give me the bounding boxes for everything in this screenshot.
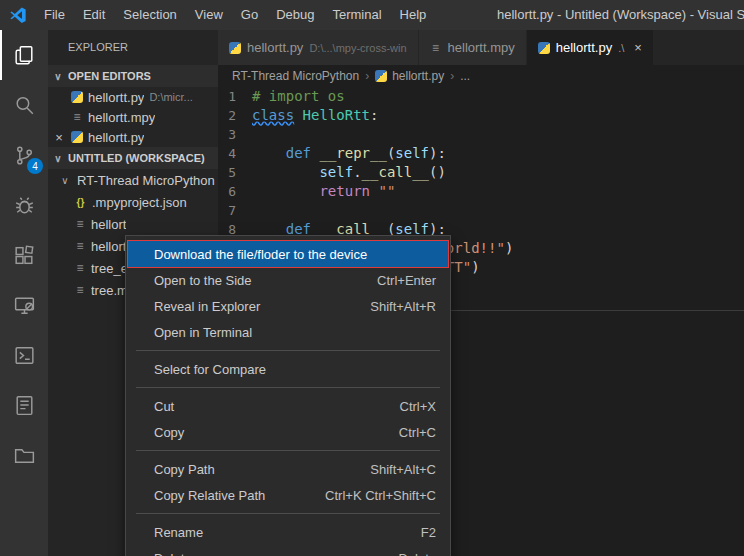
activity-output-button[interactable] xyxy=(0,380,48,430)
shortcut-hint: Shift+Alt+R xyxy=(370,299,436,314)
line-number: 7 xyxy=(218,201,252,220)
shortcut-hint: Shift+Alt+C xyxy=(370,462,436,477)
context-menu-item[interactable]: Reveal in ExplorerShift+Alt+R xyxy=(126,293,450,319)
context-menu-item[interactable]: CopyCtrl+C xyxy=(126,419,450,445)
python-file-icon xyxy=(71,91,83,103)
context-menu-item[interactable]: RenameF2 xyxy=(126,519,450,545)
source-control-badge: 4 xyxy=(27,158,43,174)
window-title: hellortt.py - Untitled (Workspace) - Vis… xyxy=(497,0,744,30)
sidebar-title: EXPLORER xyxy=(48,30,218,65)
shortcut-hint: Ctrl+C xyxy=(399,425,436,440)
line-number: 5 xyxy=(218,163,252,182)
activity-search-button[interactable] xyxy=(0,80,48,130)
activity-debug-button[interactable] xyxy=(0,180,48,230)
activity-source-control-button[interactable]: 4 xyxy=(0,130,48,180)
open-editor-item[interactable]: hellortt.pyD:\micr... xyxy=(48,87,218,107)
shortcut-hint: Ctrl+Enter xyxy=(377,273,436,288)
shortcut-hint: Ctrl+X xyxy=(400,399,436,414)
python-file-icon xyxy=(229,42,241,54)
python-file-icon xyxy=(71,131,83,143)
chevron-right-icon: › xyxy=(450,69,454,83)
extensions-icon xyxy=(12,243,37,268)
output-icon xyxy=(12,393,37,418)
code-line: 6 return "" xyxy=(218,182,744,201)
editor-tab[interactable]: hellortt.pyD:\...\mpy-cross-win xyxy=(218,30,419,65)
tab-label: hellortt.py xyxy=(556,40,612,55)
context-menu-item[interactable]: Copy Relative PathCtrl+K Ctrl+Shift+C xyxy=(126,482,450,508)
mpy-file-icon: ≡ xyxy=(430,41,442,55)
vscode-window: { "colors": { "accent": "#007acc", "acti… xyxy=(0,0,744,556)
line-number: 4 xyxy=(218,144,252,163)
context-menu-item[interactable]: Open to the SideCtrl+Enter xyxy=(126,267,450,293)
tab-bar: hellortt.pyD:\...\mpy-cross-win≡hellortt… xyxy=(218,30,744,65)
open-editor-item[interactable]: ≡hellortt.mpy xyxy=(48,107,218,127)
menu-file[interactable]: File xyxy=(35,0,74,30)
tree-item[interactable]: {}.mpyproject.json xyxy=(48,191,218,213)
code-line: 1# import os xyxy=(218,87,744,106)
context-menu: Download the file/floder to the deviceOp… xyxy=(125,235,451,556)
tab-label: hellortt.py xyxy=(247,40,303,55)
menu-help[interactable]: Help xyxy=(391,0,436,30)
menu-selection[interactable]: Selection xyxy=(114,0,185,30)
context-menu-item[interactable]: Select for Compare xyxy=(126,356,450,382)
open-editors-list: hellortt.pyD:\micr...≡hellortt.mpy×hello… xyxy=(48,87,218,147)
vscode-logo-icon xyxy=(9,6,27,24)
activity-bar: 4 xyxy=(0,30,48,556)
menu-debug[interactable]: Debug xyxy=(267,0,323,30)
folder-icon xyxy=(12,443,37,468)
context-menu-item[interactable]: Open in Terminal xyxy=(126,319,450,345)
json-file-icon: {} xyxy=(74,197,87,208)
shortcut-hint: Delete xyxy=(398,551,436,556)
mpy-file-icon: ≡ xyxy=(74,217,86,231)
menu-go[interactable]: Go xyxy=(232,0,267,30)
terminal-box-icon xyxy=(12,343,37,368)
chevron-right-icon: › xyxy=(365,69,369,83)
context-menu-item[interactable]: Copy PathShift+Alt+C xyxy=(126,456,450,482)
open-editors-header[interactable]: ∨ OPEN EDITORS xyxy=(48,65,218,87)
menu-terminal[interactable]: Terminal xyxy=(323,0,390,30)
open-editor-item[interactable]: ×hellortt.py xyxy=(48,127,218,147)
remote-device-icon xyxy=(12,293,37,318)
activity-files-button[interactable] xyxy=(0,30,48,80)
workspace-header[interactable]: ∨ UNTITLED (WORKSPACE) xyxy=(48,147,218,169)
menu-separator xyxy=(136,450,440,451)
mpy-file-icon: ≡ xyxy=(74,261,86,275)
line-number: 3 xyxy=(218,125,252,144)
line-number: 2 xyxy=(218,106,252,125)
code-line: 4 def __repr__(self): xyxy=(218,144,744,163)
context-menu-item[interactable]: DeleteDelete xyxy=(126,545,450,556)
tree-item[interactable]: ≡hellort xyxy=(48,213,218,235)
tab-detail: D:\...\mpy-cross-win xyxy=(309,42,406,54)
shortcut-hint: F2 xyxy=(421,525,436,540)
context-menu-item[interactable]: Download the file/floder to the device xyxy=(128,241,448,267)
tree-item[interactable]: ∨RT-Thread MicroPython xyxy=(48,169,218,191)
close-icon[interactable]: × xyxy=(52,130,66,145)
tab-detail: .\ xyxy=(618,42,624,54)
close-icon[interactable]: × xyxy=(634,40,642,55)
context-menu-item[interactable]: CutCtrl+X xyxy=(126,393,450,419)
breadcrumb-item[interactable]: hellortt.py xyxy=(375,69,444,83)
code-line: 3 xyxy=(218,125,744,144)
activity-remote-device-button[interactable] xyxy=(0,280,48,330)
menu-view[interactable]: View xyxy=(186,0,232,30)
activity-extensions-button[interactable] xyxy=(0,230,48,280)
menu-separator xyxy=(136,513,440,514)
breadcrumb-item[interactable]: ... xyxy=(460,69,470,83)
line-number: 1 xyxy=(218,87,252,106)
chevron-down-icon: ∨ xyxy=(58,175,72,186)
menu-edit[interactable]: Edit xyxy=(74,0,114,30)
mpy-file-icon: ≡ xyxy=(71,110,83,124)
search-icon xyxy=(12,93,37,118)
mpy-file-icon: ≡ xyxy=(74,283,86,297)
editor-tab[interactable]: hellortt.py.\× xyxy=(527,30,654,65)
activity-folder-button[interactable] xyxy=(0,430,48,480)
breadcrumb: RT-Thread MicroPython›hellortt.py›... xyxy=(218,65,744,87)
python-file-icon xyxy=(375,70,387,82)
files-icon xyxy=(12,43,37,68)
breadcrumb-item[interactable]: RT-Thread MicroPython xyxy=(232,69,359,83)
menubar: FileEditSelectionViewGoDebugTerminalHelp xyxy=(35,0,435,30)
editor-tab[interactable]: ≡hellortt.mpy xyxy=(419,30,527,65)
menu-separator xyxy=(136,387,440,388)
activity-terminal-box-button[interactable] xyxy=(0,330,48,380)
debug-icon xyxy=(12,193,37,218)
